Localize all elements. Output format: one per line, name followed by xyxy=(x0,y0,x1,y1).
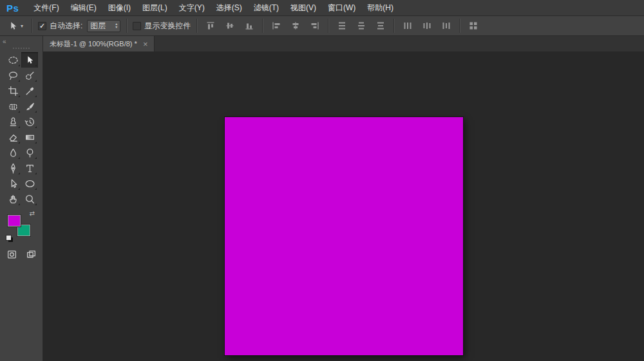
distribute-top-edges-button[interactable] xyxy=(334,19,349,33)
eraser-icon xyxy=(8,132,19,143)
swap-colors-icon[interactable]: ⇄ xyxy=(30,210,35,217)
menu-item-type[interactable]: 文字(Y) xyxy=(173,0,211,15)
move-icon xyxy=(24,55,35,66)
dodge-icon xyxy=(24,147,35,158)
auto-align-layers-icon xyxy=(468,21,478,31)
align-top-edges-button[interactable] xyxy=(203,19,218,33)
screen-mode-icon xyxy=(26,249,37,260)
clone-stamp-tool[interactable] xyxy=(5,114,21,129)
brush-tool[interactable] xyxy=(21,98,38,114)
align-bottom-edges-button[interactable] xyxy=(242,19,256,33)
show-transform-controls-checkbox[interactable]: 显示变换控件 xyxy=(133,21,191,32)
menu-item-file[interactable]: 文件(F) xyxy=(28,0,64,15)
menu-item-help[interactable]: 帮助(H) xyxy=(361,0,399,15)
auto-select-label: 自动选择: xyxy=(50,21,82,32)
distribute-right-edges-button[interactable] xyxy=(439,19,453,33)
lasso-icon xyxy=(8,70,19,81)
tools-panel: « xyxy=(0,36,43,361)
distribute-horizontal-centers-button[interactable] xyxy=(419,19,434,33)
collapse-panel-button[interactable]: « xyxy=(3,38,6,45)
type-tool[interactable] xyxy=(21,160,38,176)
shape-tool[interactable] xyxy=(21,176,38,191)
gradient-icon xyxy=(24,132,35,143)
menu-item-filter[interactable]: 滤镜(T) xyxy=(248,0,285,15)
quick-mask-icon xyxy=(6,249,17,260)
screen-mode-button[interactable] xyxy=(24,248,38,261)
dropdown-value: 图层 xyxy=(90,21,106,32)
lasso-tool[interactable] xyxy=(5,68,21,83)
checkbox-checked-icon: ✓ xyxy=(38,22,46,30)
crop-tool[interactable] xyxy=(5,83,21,98)
dodge-tool[interactable] xyxy=(21,145,38,160)
patch-icon xyxy=(8,101,19,112)
align-left-edges-icon xyxy=(271,21,281,31)
default-colors-icon[interactable] xyxy=(6,236,11,240)
align-right-edges-icon xyxy=(310,21,320,31)
align-right-edges-button[interactable] xyxy=(307,19,322,33)
quick-selection-icon xyxy=(24,70,35,81)
show-transform-label: 显示变换控件 xyxy=(144,21,191,32)
distribute-bottom-edges-button[interactable] xyxy=(373,19,388,33)
quick-selection-tool[interactable] xyxy=(21,68,38,83)
eraser-tool[interactable] xyxy=(5,129,21,145)
align-horizontal-centers-button[interactable] xyxy=(288,19,303,33)
separator xyxy=(126,19,127,33)
separator xyxy=(328,19,328,33)
magnifier-icon xyxy=(24,194,35,205)
align-vertical-centers-button[interactable] xyxy=(222,19,237,33)
align-top-edges-icon xyxy=(205,21,216,31)
document-tab-title: 未标题-1 @ 100%(RGB/8) * xyxy=(50,39,137,49)
distribute-horizontal-centers-icon xyxy=(422,21,432,31)
auto-select-checkbox[interactable]: ✓ 自动选择: xyxy=(38,21,82,32)
pen-icon xyxy=(8,163,19,174)
menu-item-view[interactable]: 视图(V) xyxy=(285,0,322,15)
path-selection-tool[interactable] xyxy=(5,176,21,191)
gradient-tool[interactable] xyxy=(21,129,38,145)
brush-icon xyxy=(24,101,35,112)
menu-item-select[interactable]: 选择(S) xyxy=(211,0,248,15)
elliptical-marquee-tool[interactable] xyxy=(5,52,21,68)
separator xyxy=(459,19,460,33)
document-tab[interactable]: 未标题-1 @ 100%(RGB/8) * × xyxy=(43,36,155,51)
water-drop-icon xyxy=(8,147,19,158)
photoshop-window: Ps 文件(F) 编辑(E) 图像(I) 图层(L) 文字(Y) 选择(S) 滤… xyxy=(0,0,644,361)
pen-tool[interactable] xyxy=(5,160,21,176)
move-tool[interactable] xyxy=(21,52,38,68)
distribute-bottom-edges-icon xyxy=(375,21,386,31)
eyedropper-icon xyxy=(24,86,35,97)
panel-grip[interactable] xyxy=(13,48,30,49)
blur-tool[interactable] xyxy=(5,145,21,160)
menu-item-layer[interactable]: 图层(L) xyxy=(137,0,173,15)
tool-preset-picker[interactable]: ▾ xyxy=(5,19,26,33)
history-brush-tool[interactable] xyxy=(21,114,38,129)
menu-item-edit[interactable]: 编辑(E) xyxy=(65,0,102,15)
align-left-edges-button[interactable] xyxy=(269,19,283,33)
healing-brush-tool[interactable] xyxy=(5,98,21,114)
canvas-area xyxy=(43,51,644,361)
distribute-left-edges-button[interactable] xyxy=(400,19,415,33)
marquee-icon xyxy=(8,55,19,66)
align-horizontal-centers-icon xyxy=(290,21,301,31)
menu-item-image[interactable]: 图像(I) xyxy=(102,0,137,15)
eyedropper-tool[interactable] xyxy=(21,83,38,98)
auto-align-layers-button[interactable] xyxy=(466,19,480,33)
document-canvas[interactable] xyxy=(225,117,463,355)
distribute-left-edges-icon xyxy=(402,21,413,31)
distribute-top-edges-icon xyxy=(337,21,347,31)
type-icon xyxy=(24,163,35,174)
chevron-down-icon: ▾ xyxy=(21,23,23,29)
quick-mask-button[interactable] xyxy=(5,248,19,261)
auto-select-target-dropdown[interactable]: 图层 ▴ ▾ xyxy=(87,20,120,32)
ellipse-shape-icon xyxy=(24,178,35,189)
tab-close-icon[interactable]: × xyxy=(143,40,148,48)
zoom-tool[interactable] xyxy=(21,191,38,207)
foreground-color-swatch[interactable] xyxy=(8,215,21,227)
align-bottom-edges-icon xyxy=(244,21,254,31)
separator xyxy=(393,19,394,33)
distribute-vertical-centers-button[interactable] xyxy=(354,19,368,33)
separator xyxy=(262,19,263,33)
clone-stamp-icon xyxy=(8,116,19,127)
menu-item-window[interactable]: 窗口(W) xyxy=(322,0,361,15)
hand-tool[interactable] xyxy=(5,191,21,207)
toolbar-bottom xyxy=(0,248,43,261)
